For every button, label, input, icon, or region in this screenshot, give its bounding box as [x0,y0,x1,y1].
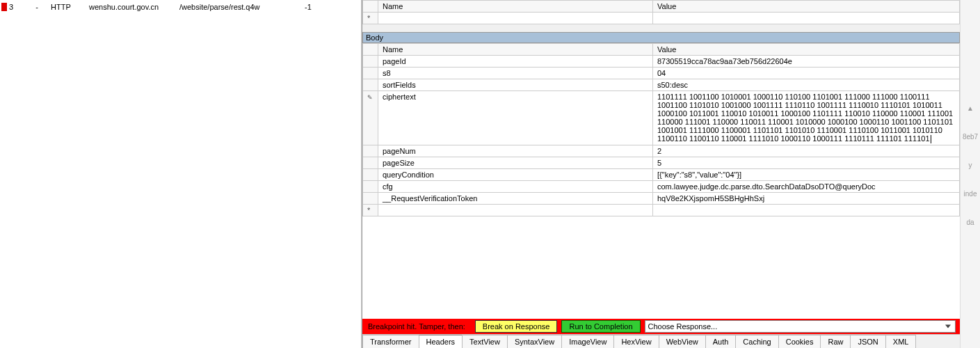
table-row[interactable]: queryCondition [{"key":"s8","value":"04"… [363,169,960,181]
tab-headers[interactable]: Headers [419,335,463,348]
tab-webview[interactable]: WebView [659,335,706,348]
tab-xml[interactable]: XML [885,335,917,348]
session-host: wenshu.court.gov.cn [89,3,179,11]
tab-auth[interactable]: Auth [705,335,737,348]
break-on-response-button[interactable]: Break on Response [475,320,558,333]
choose-response-label: Choose Response... [648,322,718,331]
table-row[interactable]: pageId 87305519cca78ac9aa73eb756d22604e [363,56,960,68]
param-value[interactable]: com.lawyee.judge.dc.parse.dto.SearchData… [653,181,960,193]
column-header-name[interactable]: Name [378,44,653,56]
param-value[interactable]: 87305519cca78ac9aa73eb756d22604e [653,56,960,68]
table-row[interactable]: sortFields s50:desc [363,79,960,91]
inspector-tabs: Transformer Headers TextView SyntaxView … [362,334,960,348]
body-section-header: Body [362,32,960,43]
sessions-list[interactable]: 3 - HTTP wenshu.court.gov.cn /website/pa… [0,0,362,348]
param-name[interactable]: pageSize [378,157,653,169]
table-row[interactable]: __RequestVerificationToken hqV8e2KXjspom… [363,193,960,205]
tab-textview[interactable]: TextView [462,335,508,348]
column-header-value[interactable]: Value [653,1,960,13]
param-value[interactable]: [{"key":"s8","value":"04"}] [653,169,960,181]
session-path: /website/parse/rest.q4w [179,3,305,11]
body-params-grid[interactable]: Name Value pageId 87305519cca78ac9aa73eb… [362,43,960,216]
tab-hexview[interactable]: HexView [613,335,659,348]
tab-syntaxview[interactable]: SyntaxView [507,335,562,348]
table-row[interactable]: ✎ ciphertext 1101111 1001100 1010001 100… [363,91,960,145]
tab-cookies[interactable]: Cookies [778,335,821,348]
inspector-pane: Name Value * Body Name Value [362,0,960,348]
param-value[interactable]: 1101111 1001100 1010001 1000110 110100 1… [653,91,960,145]
param-value[interactable]: 04 [653,68,960,79]
session-status-marker [1,3,7,11]
param-value[interactable]: 2 [653,145,960,157]
table-row[interactable]: * [363,205,960,216]
scroll-up-icon[interactable]: ▲ [967,104,974,112]
session-result: -1 [305,3,360,11]
param-name[interactable]: ciphertext [378,91,653,145]
param-name[interactable]: pageId [378,56,653,68]
param-name[interactable]: sortFields [378,79,653,91]
tab-caching[interactable]: Caching [735,335,778,348]
param-value[interactable]: s50:desc [653,79,960,91]
param-name[interactable]: queryCondition [378,169,653,181]
row-header-blank [363,44,378,56]
session-row[interactable]: 3 - HTTP wenshu.court.gov.cn /website/pa… [0,1,361,13]
table-row[interactable]: pageSize 5 [363,157,960,169]
tab-raw[interactable]: Raw [820,335,851,348]
session-protocol: HTTP [51,3,89,11]
edit-icon: ✎ [367,94,373,101]
table-row[interactable]: cfg com.lawyee.judge.dc.parse.dto.Search… [363,181,960,193]
param-name[interactable]: cfg [378,181,653,193]
param-name[interactable]: pageNum [378,145,653,157]
breakpoint-text: Breakpoint hit. Tamper, then: [365,322,465,331]
tab-json[interactable]: JSON [850,335,885,348]
column-header-value[interactable]: Value [653,44,960,56]
row-header-blank [363,1,378,13]
tab-transformer[interactable]: Transformer [362,335,419,348]
table-row[interactable]: * [363,13,960,24]
param-value[interactable]: 5 [653,157,960,169]
tab-imageview[interactable]: ImageView [561,335,614,348]
param-name[interactable]: s8 [378,68,653,79]
param-name[interactable]: __RequestVerificationToken [378,193,653,205]
session-dash: - [23,3,51,11]
query-params-grid[interactable]: Name Value * [362,0,960,24]
breakpoint-bar: Breakpoint hit. Tamper, then: Break on R… [362,319,960,334]
run-to-completion-button[interactable]: Run to Completion [561,320,640,333]
background-window-edge: ▲ 8eb7 y inde da [960,0,980,348]
column-header-name[interactable]: Name [378,1,653,13]
session-id: 3 [9,3,23,11]
choose-response-dropdown[interactable]: Choose Response... [645,320,956,333]
param-value[interactable]: hqV8e2KXjspomH5SBHgHhSxj [653,193,960,205]
table-row[interactable]: s8 04 [363,68,960,79]
table-row[interactable]: pageNum 2 [363,145,960,157]
